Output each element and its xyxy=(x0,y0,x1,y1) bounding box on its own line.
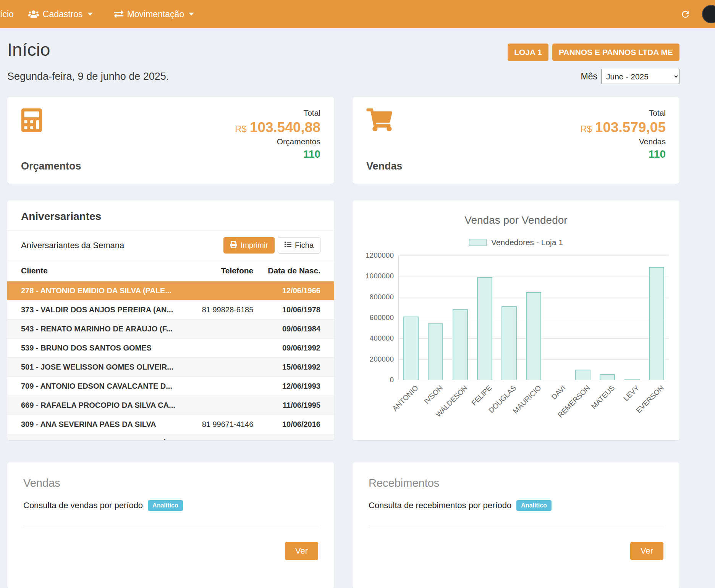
orcamentos-count-label: Orçamentos xyxy=(235,137,320,146)
aniversariantes-title: Aniversariantes xyxy=(7,200,334,231)
legend-swatch xyxy=(469,239,487,246)
table-row[interactable]: 669 - RAFAELA PROCOPIO DA SILVA CA...11/… xyxy=(7,396,334,415)
chart-bar xyxy=(501,306,517,380)
analitico-badge: Analítico xyxy=(516,500,552,511)
x-axis-label: LEVY xyxy=(622,384,641,403)
recebimentos-ver-button[interactable]: Ver xyxy=(630,542,663,560)
nav-cadastros-label: Cadastros xyxy=(43,9,83,19)
currency-symbol: R$ xyxy=(235,124,247,134)
legend-label: Vendedores - Loja 1 xyxy=(491,238,563,247)
birthday-table-body: 278 - ANTONIO EMIDIO DA SILVA (PALE...12… xyxy=(7,281,334,441)
x-axis-label: ANTONIO xyxy=(391,384,420,413)
chart-plot xyxy=(398,255,669,380)
vendas-count-label: Vendas xyxy=(580,137,666,146)
orcamentos-total-value: R$103.540,88 xyxy=(235,120,320,134)
store-button[interactable]: LOJA 1 xyxy=(508,44,548,61)
chart-title: Vendas por Vendedor xyxy=(363,214,669,226)
y-axis-tick: 0 xyxy=(390,376,394,384)
caret-down-icon xyxy=(87,13,93,16)
table-row[interactable]: 616 - ADRIANO XAVIER DA PAZ (BALAÚ)09/06… xyxy=(7,434,334,441)
nav-movimentacao[interactable]: Movimentação xyxy=(104,9,205,19)
table-row[interactable]: 309 - ANA SEVERINA PAES DA SILVA81 99671… xyxy=(7,415,334,434)
divider xyxy=(23,527,318,527)
divider xyxy=(369,527,663,527)
orcamentos-summary-card: Orçamentos Total R$103.540,88 Orçamentos… xyxy=(7,97,334,184)
y-axis-tick: 800000 xyxy=(370,293,394,301)
vendas-total-value: R$103.579,05 xyxy=(580,120,666,134)
vendas-summary-card: Vendas Total R$103.579,05 Vendas 110 xyxy=(353,97,679,184)
y-axis-tick: 1200000 xyxy=(366,251,394,260)
col-header-telefone: Telefone xyxy=(193,260,258,281)
chart-bar xyxy=(428,323,443,380)
chart-bar xyxy=(526,292,541,380)
vendas-ver-button[interactable]: Ver xyxy=(285,542,318,560)
user-avatar[interactable] xyxy=(702,5,715,23)
table-row[interactable]: 543 - RENATO MARINHO DE ARAUJO (F...09/0… xyxy=(7,320,334,339)
aniversariantes-card: Aniversariantes Aniversariantes da Seman… xyxy=(7,200,334,440)
calculator-icon xyxy=(21,108,81,132)
vendas-panel-title: Vendas xyxy=(23,477,318,489)
ficha-button[interactable]: Ficha xyxy=(278,237,320,254)
vendas-total-label: Total xyxy=(580,108,666,118)
month-select[interactable]: June - 2025 xyxy=(601,69,679,84)
top-navbar: ício Cadastros Movimentação xyxy=(0,0,715,28)
chart-bar xyxy=(575,370,590,380)
vendas-por-vendedor-card: Vendas por Vendedor Vendedores - Loja 1 … xyxy=(353,200,679,440)
vendas-count-value: 110 xyxy=(580,149,666,160)
x-axis-label: IVSON xyxy=(423,384,445,405)
recebimentos-panel-text: Consulta de recebimentos por período xyxy=(369,501,511,510)
refresh-icon[interactable] xyxy=(680,9,691,19)
recebimentos-panel: Recebimentos Consulta de recebimentos po… xyxy=(353,462,679,588)
users-icon xyxy=(28,10,39,19)
recebimentos-panel-title: Recebimentos xyxy=(369,477,663,489)
nav-movimentacao-label: Movimentação xyxy=(127,9,184,19)
x-axis-label: MATEUS xyxy=(589,384,616,411)
chart-bar xyxy=(453,309,468,380)
col-header-cliente: Cliente xyxy=(7,260,193,281)
chart-bar xyxy=(477,277,492,380)
company-button[interactable]: PANNOS E PANNOS LTDA ME xyxy=(552,44,679,61)
y-axis-tick: 1000000 xyxy=(366,272,394,280)
table-row[interactable]: 501 - JOSE WELISSON GOMES OLIVEIR...15/0… xyxy=(7,358,334,377)
chart-legend[interactable]: Vendedores - Loja 1 xyxy=(363,238,669,247)
chart-bar xyxy=(649,267,664,380)
vendas-title: Vendas xyxy=(366,160,403,172)
printer-icon xyxy=(230,241,237,250)
chart-y-axis: 020000040000060000080000010000001200000 xyxy=(363,255,398,380)
vendas-panel: Vendas Consulta de vendas por período An… xyxy=(7,462,334,588)
orcamentos-count-value: 110 xyxy=(235,149,320,160)
currency-symbol: R$ xyxy=(580,124,592,134)
caret-down-icon xyxy=(189,13,194,16)
orcamentos-total-label: Total xyxy=(235,108,320,118)
x-axis-label: DAVI xyxy=(550,384,567,401)
table-row[interactable]: 278 - ANTONIO EMIDIO DA SILVA (PALE...12… xyxy=(7,281,334,300)
month-label: Mês xyxy=(581,71,597,82)
nav-cadastros[interactable]: Cadastros xyxy=(18,9,104,19)
table-row[interactable]: 709 - ANTONIO EDSON CAVALCANTE D...12/06… xyxy=(7,377,334,396)
shopping-cart-icon xyxy=(366,108,403,131)
table-row[interactable]: 373 - VALDIR DOS ANJOS PEREIRA (AN...81 … xyxy=(7,300,334,320)
exchange-icon xyxy=(114,10,123,19)
table-row[interactable]: 539 - BRUNO DOS SANTOS GOMES09/06/1992 xyxy=(7,339,334,358)
nav-home-link[interactable]: ício xyxy=(0,9,18,19)
chart-x-labels: ANTONIOIVSONWALDESONFELIPEDOUGLASMAURICI… xyxy=(399,380,669,424)
page-title: Início xyxy=(7,39,50,60)
y-axis-tick: 200000 xyxy=(370,355,394,363)
nav-left: ício Cadastros Movimentação xyxy=(0,9,205,19)
y-axis-tick: 400000 xyxy=(370,334,394,342)
x-axis-label: FELIPE xyxy=(470,384,494,407)
orcamentos-title: Orçamentos xyxy=(21,160,81,172)
imprimir-button[interactable]: Imprimir xyxy=(223,237,275,254)
y-axis-tick: 600000 xyxy=(370,313,394,322)
birthday-table: Cliente Telefone Data de Nasc. 278 - ANT… xyxy=(7,260,334,440)
analitico-badge: Analítico xyxy=(148,500,183,511)
chart-bar xyxy=(403,317,419,380)
aniversariantes-subtitle: Aniversariantes da Semana xyxy=(21,241,124,250)
col-header-data: Data de Nasc. xyxy=(258,260,334,281)
nav-right xyxy=(680,5,711,23)
vendas-panel-text: Consulta de vendas por período xyxy=(23,501,143,510)
current-date: Segunda-feira, 9 de junho de 2025. xyxy=(7,71,169,82)
main-content: Início LOJA 1 PANNOS E PANNOS LTDA ME Se… xyxy=(7,28,679,588)
list-icon xyxy=(285,241,291,250)
chart-bar xyxy=(600,374,615,380)
